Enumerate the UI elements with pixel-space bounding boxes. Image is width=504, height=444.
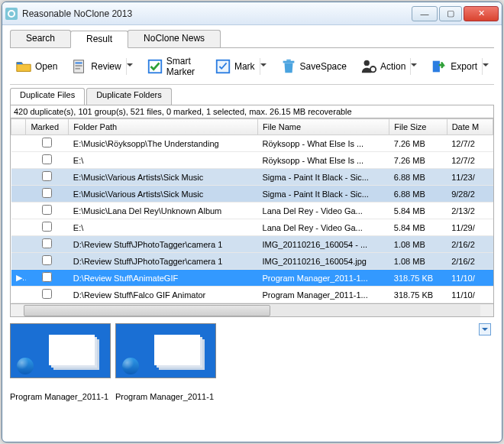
open-button[interactable]: Open [10,54,63,79]
preview-caption: Program Manager_2011-1 [10,392,111,401]
titlebar[interactable]: Reasonable NoClone 2013 — ▢ ✕ [2,2,502,25]
row-checkbox[interactable] [42,272,52,282]
table-row[interactable]: ▶D:\Review Stuff\AnimateGIFProgram Manag… [11,270,493,287]
marked-cell[interactable] [26,169,69,186]
size-cell: 5.84 MB [389,203,447,219]
table-row[interactable]: E:\Music\Röyksopp\The UnderstandingRöyks… [11,135,493,152]
date-cell: 2/16/2 [447,236,493,253]
size-cell: 6.88 MB [389,186,447,203]
row-checkbox[interactable] [42,238,52,248]
row-checkbox[interactable] [42,205,52,215]
svg-point-8 [364,60,370,65]
person-gear-icon [360,58,377,75]
table-row[interactable]: E:\Röyksopp - What Else Is ...7.26 MB12/… [11,152,493,169]
preview-thumbnail[interactable] [115,323,216,378]
subtab-duplicate-folders[interactable]: Duplicate Folders [86,88,172,105]
marked-cell[interactable] [26,219,69,236]
minimize-button[interactable]: — [412,6,438,21]
svg-point-9 [370,66,376,72]
status-bar: 420 duplicate(s), 101 group(s), 521 file… [10,105,494,118]
tab-news[interactable]: NoClone News [128,30,221,47]
filename-cell: Program Manager_2011-1... [258,287,389,303]
folder-cell: E:\Music\Various Artists\Sick Music [69,186,258,203]
row-checkbox[interactable] [42,171,52,181]
preview-thumbnail[interactable] [10,323,111,378]
row-indicator-header [11,119,26,135]
table-row[interactable]: D:\Review Stuff\Falco GIF AnimatorProgra… [11,287,493,303]
row-checkbox[interactable] [42,289,52,299]
action-dropdown[interactable] [410,58,417,75]
row-checkbox[interactable] [42,138,52,147]
size-cell: 318.75 KB [389,270,447,287]
folder-cell: D:\Review Stuff\JPhotoTagger\camera 1 [69,253,258,270]
folder-cell: E:\ [69,219,258,236]
main-tabs: Search Result NoClone News [10,30,494,48]
table-row[interactable]: E:\Lana Del Rey - Video Ga...5.84 MB11/2… [11,219,493,236]
marked-cell[interactable] [26,253,69,270]
folder-cell: E:\ [69,152,258,169]
marked-cell[interactable] [26,186,69,203]
app-window: Reasonable NoClone 2013 — ▢ ✕ Search Res… [2,2,502,442]
save-space-button[interactable]: SaveSpace [275,54,352,79]
export-dropdown[interactable] [482,58,489,75]
col-folder[interactable]: Folder Path [69,119,258,135]
row-pointer [11,169,26,186]
export-label: Export [451,61,477,72]
app-icon [5,8,18,20]
trash-icon [280,58,297,75]
marked-cell[interactable] [26,287,69,303]
table-row[interactable]: E:\Music\Various Artists\Sick MusicSigma… [11,186,493,203]
tab-search[interactable]: Search [10,30,71,47]
smart-marker-label: Smart Marker [166,56,201,77]
col-marked[interactable]: Marked [26,119,69,135]
folder-cell: E:\Music\Röyksopp\The Understanding [69,135,258,152]
mark-dropdown[interactable] [260,58,267,75]
marked-cell[interactable] [26,270,69,287]
table-row[interactable]: D:\Review Stuff\JPhotoTagger\camera 1IMG… [11,253,493,270]
table-row[interactable]: E:\Music\Various Artists\Sick MusicSigma… [11,169,493,186]
marked-cell[interactable] [26,152,69,169]
table-row[interactable]: D:\Review Stuff\JPhotoTagger\camera 1IMG… [11,236,493,253]
filename-cell: Röyksopp - What Else Is ... [258,152,389,169]
row-checkbox[interactable] [42,188,52,198]
folder-cell: D:\Review Stuff\Falco GIF Animator [69,287,258,303]
review-dropdown[interactable] [126,58,133,75]
review-icon [71,58,88,75]
folder-cell: E:\Music\Lana Del Rey\Unknown Album [69,203,258,219]
filename-cell: Lana Del Rey - Video Ga... [258,219,389,236]
export-button[interactable]: Export [425,54,494,79]
col-date[interactable]: Date M [447,119,493,135]
size-cell: 5.84 MB [389,219,447,236]
mark-button[interactable]: Mark [209,54,272,79]
action-button[interactable]: Action [355,54,422,79]
filename-cell: Sigma - Paint It Black - Sic... [258,186,389,203]
maximize-button[interactable]: ▢ [439,6,462,21]
svg-rect-6 [283,60,294,63]
subtab-duplicate-files[interactable]: Duplicate Files [10,88,85,105]
filename-cell: Sigma - Paint It Black - Sic... [258,169,389,186]
close-button[interactable]: ✕ [464,6,499,21]
col-size[interactable]: File Size [389,119,447,135]
size-cell: 7.26 MB [389,152,447,169]
download-icon[interactable] [479,323,491,335]
svg-rect-7 [286,59,291,60]
row-checkbox[interactable] [42,255,52,265]
marked-cell[interactable] [26,203,69,219]
size-cell: 1.08 MB [389,253,447,270]
horizontal-scrollbar[interactable] [10,304,494,317]
filename-cell: IMG_20110216_160054.jpg [258,253,389,270]
open-label: Open [35,61,57,72]
tab-result[interactable]: Result [70,31,128,48]
smart-marker-button[interactable]: Smart Marker [141,52,206,81]
table-row[interactable]: E:\Music\Lana Del Rey\Unknown AlbumLana … [11,203,493,219]
marked-cell[interactable] [26,135,69,152]
results-grid[interactable]: Marked Folder Path File Name File Size D… [10,118,494,304]
filename-cell: Röyksopp - What Else Is ... [258,135,389,152]
row-pointer [11,253,26,270]
marked-cell[interactable] [26,236,69,253]
col-filename[interactable]: File Name [258,119,389,135]
review-label: Review [91,61,121,72]
row-checkbox[interactable] [42,222,52,232]
row-checkbox[interactable] [42,154,52,164]
review-button[interactable]: Review [66,54,137,79]
